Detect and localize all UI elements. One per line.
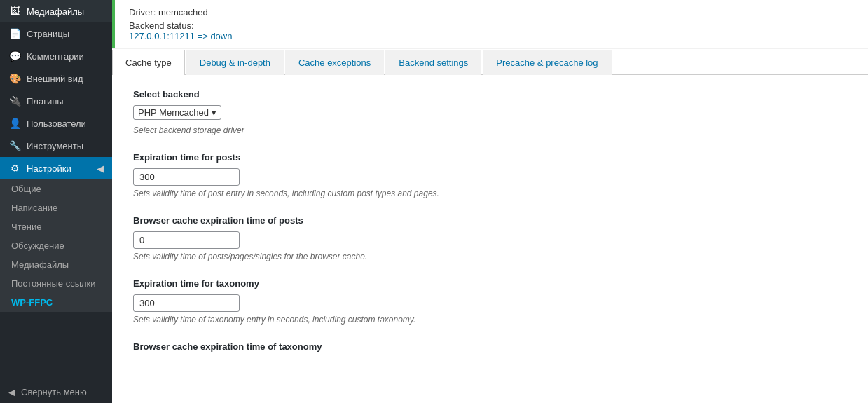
sidebar-item-label: Инструменты (27, 141, 83, 151)
sidebar-item-label: Плагины (27, 96, 64, 107)
sidebar-item-reading[interactable]: Чтение (0, 217, 112, 236)
sidebar-item-tools[interactable]: 🔧 Инструменты (0, 135, 112, 157)
collapse-icon: ◀ (8, 387, 15, 397)
browser-cache-posts-section: Browser cache expiration time of posts S… (133, 215, 847, 261)
media-sub-label: Медиафайлы (11, 259, 69, 270)
expiration-posts-section: Expiration time for posts Sets validity … (133, 152, 847, 198)
appearance-icon: 🎨 (8, 73, 21, 84)
sidebar-item-wpffpc[interactable]: WP-FFPC (0, 293, 112, 312)
browser-cache-posts-hint: Sets validity time of posts/pages/single… (133, 252, 847, 261)
expiration-posts-label: Expiration time for posts (133, 152, 847, 163)
backend-label: Backend status: (129, 20, 194, 31)
select-backend-section: Select backend PHP Memcached ▾ Select ba… (133, 89, 847, 135)
sidebar-item-media[interactable]: 🖼 Медиафайлы (0, 0, 112, 22)
pages-icon: 📄 (8, 28, 21, 39)
sidebar-item-general[interactable]: Общие (0, 179, 112, 198)
tab-precache-log[interactable]: Precache & precache log (483, 50, 611, 75)
backend-select[interactable]: PHP Memcached ▾ (133, 105, 221, 120)
expiration-posts-input[interactable] (133, 168, 240, 186)
expiration-taxonomy-input[interactable] (133, 294, 240, 312)
driver-text: Driver: memcached (129, 7, 854, 18)
sidebar: 🖼 Медиафайлы 📄 Страницы 💬 Комментарии 🎨 … (0, 0, 112, 403)
settings-submenu: Общие Написание Чтение Обсуждение Медиаф… (0, 179, 112, 312)
sidebar-item-label: Настройки (27, 163, 71, 174)
expiration-taxonomy-label: Expiration time for taxonomy (133, 278, 847, 289)
content-area: Select backend PHP Memcached ▾ Select ba… (112, 75, 868, 403)
backend-select-hint: Select backend storage driver (133, 125, 847, 135)
reading-label: Чтение (11, 221, 41, 232)
backend-value: 127.0.0.1:11211 => down (129, 31, 232, 41)
browser-cache-taxonomy-label: Browser cache expiration time of taxonom… (133, 341, 847, 352)
tab-debug[interactable]: Debug & in-depth (186, 50, 284, 75)
writing-label: Написание (11, 203, 57, 213)
sidebar-item-label: Страницы (27, 29, 69, 39)
tools-icon: 🔧 (8, 140, 21, 151)
permalinks-label: Постоянные ссылки (11, 278, 96, 289)
expiration-taxonomy-section: Expiration time for taxonomy Sets validi… (133, 278, 847, 325)
general-label: Общие (11, 184, 41, 194)
tab-cache-type[interactable]: Cache type (112, 50, 185, 75)
dropdown-arrow-icon: ▾ (212, 107, 216, 118)
sidebar-item-comments[interactable]: 💬 Комментарии (0, 45, 112, 67)
tabs-bar: Cache type Debug & in-depth Cache except… (112, 49, 868, 75)
sidebar-item-label: Медиафайлы (27, 6, 84, 17)
browser-cache-taxonomy-section: Browser cache expiration time of taxonom… (133, 341, 847, 352)
sidebar-item-label: Комментарии (27, 51, 84, 62)
main-content: Driver: memcached Backend status: 127.0.… (112, 0, 868, 403)
expiration-taxonomy-hint: Sets validity time of taxonomy entry in … (133, 315, 847, 325)
users-icon: 👤 (8, 118, 21, 129)
sidebar-item-plugins[interactable]: 🔌 Плагины (0, 90, 112, 112)
sidebar-item-discussion[interactable]: Обсуждение (0, 236, 112, 255)
sidebar-item-writing[interactable]: Написание (0, 198, 112, 217)
tab-cache-exceptions[interactable]: Cache exceptions (285, 50, 384, 75)
browser-cache-posts-input[interactable] (133, 231, 240, 249)
backend-status-label: Backend status: 127.0.0.1:11211 => down (129, 20, 854, 41)
comments-icon: 💬 (8, 50, 21, 62)
sidebar-item-settings[interactable]: ⚙ Настройки ◀ (0, 157, 112, 179)
plugins-icon: 🔌 (8, 95, 21, 107)
sidebar-item-media-sub[interactable]: Медиафайлы (0, 255, 112, 274)
sidebar-item-users[interactable]: 👤 Пользователи (0, 112, 112, 135)
settings-icon: ⚙ (8, 163, 21, 174)
select-backend-label: Select backend (133, 89, 847, 100)
status-bar: Driver: memcached Backend status: 127.0.… (112, 0, 868, 48)
backend-select-value: PHP Memcached (138, 107, 209, 118)
collapse-label: Свернуть меню (21, 387, 87, 397)
sidebar-item-label: Пользователи (27, 118, 86, 129)
browser-cache-posts-label: Browser cache expiration time of posts (133, 215, 847, 226)
sidebar-item-pages[interactable]: 📄 Страницы (0, 22, 112, 45)
sidebar-item-label: Внешний вид (27, 74, 83, 84)
chevron-right-icon: ◀ (97, 163, 104, 174)
sidebar-item-permalinks[interactable]: Постоянные ссылки (0, 274, 112, 293)
discussion-label: Обсуждение (11, 240, 64, 251)
wpffpc-label: WP-FFPC (11, 297, 53, 308)
media-icon: 🖼 (8, 6, 21, 17)
tab-backend-settings[interactable]: Backend settings (385, 50, 481, 75)
expiration-posts-hint: Sets validity time of post entry in seco… (133, 189, 847, 198)
collapse-menu-button[interactable]: ◀ Свернуть меню (0, 381, 112, 403)
sidebar-item-appearance[interactable]: 🎨 Внешний вид (0, 67, 112, 90)
